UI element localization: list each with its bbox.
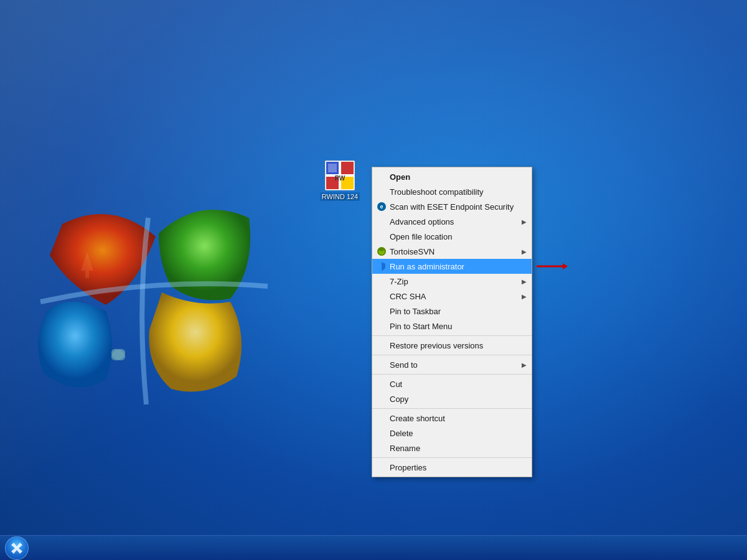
pintostartmenu-label: Pin to Start Menu [390,322,452,331]
desktop: RW RWIND 124 OpenTroubleshoot compatibil… [0,0,747,560]
menu-item-7zip[interactable]: 7-Zip▶ [372,274,532,289]
eset-label: Scan with ESET Endpoint Security [390,202,514,212]
menu-item-pintotaskbar[interactable]: Pin to Taskbar [372,304,532,319]
menu-item-eset[interactable]: eScan with ESET Endpoint Security [372,199,532,214]
menu-item-pintostartmenu[interactable]: Pin to Start Menu [372,319,532,334]
7zip-arrow: ▶ [522,278,527,285]
menu-item-tortoisesvn[interactable]: TortoiseSVN▶ [372,244,532,259]
menu-item-sendto[interactable]: Send to▶ [372,357,532,372]
tortoisesvn-icon [376,246,387,257]
menu-item-restoreprev[interactable]: Restore previous versions [372,338,532,353]
menu-item-copy[interactable]: Copy [372,391,532,406]
7zip-label: 7-Zip [390,277,408,286]
delete-label: Delete [390,429,413,438]
copy-label: Copy [390,394,408,404]
svg-text:e: e [380,203,383,210]
menu-item-crcsha[interactable]: CRC SHA▶ [372,289,532,304]
svg-text:RW: RW [335,175,345,182]
properties-label: Properties [390,463,426,472]
svg-point-16 [380,248,383,251]
openlocation-label: Open file location [390,232,452,241]
restoreprev-separator [372,355,532,355]
sendto-arrow: ▶ [522,362,527,368]
rename-separator [372,457,532,458]
copy-separator [372,408,532,409]
icon-label: RWIND 124 [320,192,360,201]
windows-logo [12,162,299,448]
sendto-label: Send to [390,360,418,370]
svg-rect-1 [85,271,89,278]
pintotaskbar-label: Pin to Taskbar [390,307,441,316]
tortoisesvn-arrow: ▶ [522,248,527,255]
menu-item-open[interactable]: Open [372,169,532,184]
advanced-arrow: ▶ [522,218,527,225]
menu-item-delete[interactable]: Delete [372,426,532,441]
tortoisesvn-label: TortoiseSVN [390,247,435,256]
desktop-icon[interactable]: RW RWIND 124 [317,161,362,201]
start-orb [5,536,29,560]
cut-label: Cut [390,380,402,389]
svg-rect-6 [341,162,354,174]
eset-icon: e [376,201,387,212]
taskbar [0,535,747,560]
menu-item-properties[interactable]: Properties [372,460,532,475]
createshortcut-label: Create shortcut [390,414,445,423]
runas-icon [376,261,387,272]
menu-item-createshortcut[interactable]: Create shortcut [372,411,532,426]
run-as-admin-red-arrow [535,261,568,271]
menu-item-openlocation[interactable]: Open file location [372,229,532,244]
crcsha-arrow: ▶ [522,293,527,300]
restoreprev-label: Restore previous versions [390,341,483,350]
icon-image: RW [325,161,355,190]
advanced-label: Advanced options [390,217,454,226]
start-button[interactable] [0,536,34,560]
menu-item-rename[interactable]: Rename [372,441,532,455]
crcsha-label: CRC SHA [390,292,426,301]
troubleshoot-label: Troubleshoot compatibility [390,187,484,197]
menu-item-cut[interactable]: Cut [372,376,532,391]
pintostartmenu-separator [372,335,532,336]
svg-rect-9 [328,164,337,172]
menu-item-advanced[interactable]: Advanced options▶ [372,214,532,229]
svg-marker-18 [563,263,568,269]
sendto-separator [372,374,532,375]
rename-label: Rename [390,444,420,453]
context-menu: OpenTroubleshoot compatibilityeScan with… [372,167,532,477]
menu-item-runas[interactable]: Run as administrator [372,259,532,274]
runas-label: Run as administrator [390,262,464,271]
open-label: Open [390,172,410,182]
menu-item-troubleshoot[interactable]: Troubleshoot compatibility [372,184,532,199]
svg-point-3 [110,347,128,363]
